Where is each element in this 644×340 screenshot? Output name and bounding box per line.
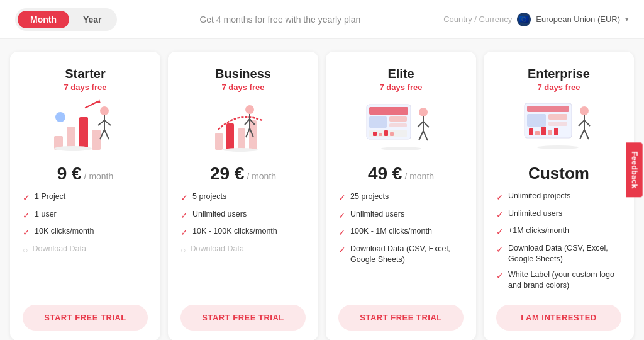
svg-rect-26: [369, 107, 408, 115]
feature-text: 1 Project: [35, 191, 65, 203]
svg-line-20: [245, 119, 250, 125]
plan-card-business: Business7 days free 29 €/ month✓5 projec…: [168, 52, 318, 340]
plan-illustration-starter: [48, 98, 123, 155]
billing-toggle: Month Year: [15, 8, 117, 31]
plan-name-business: Business: [215, 67, 271, 81]
feature-item: ✓10K clicks/month: [23, 226, 148, 239]
feature-text: Unlimited users: [350, 209, 404, 220]
svg-line-39: [419, 131, 423, 140]
check-icon: ✓: [23, 210, 30, 222]
cta-button-enterprise[interactable]: I AM INTERESTED: [496, 305, 621, 331]
check-icon: ✓: [23, 192, 30, 205]
svg-rect-14: [215, 133, 223, 150]
cta-button-business[interactable]: START FREE TRIAL: [180, 305, 306, 331]
check-icon: ✓: [180, 227, 188, 239]
feature-item: ✓+1M clicks/month: [496, 225, 621, 239]
feature-text: Download Data (CSV, Excel, Google Sheets…: [508, 243, 621, 265]
price-period: / month: [247, 171, 276, 181]
feedback-tab[interactable]: Feedback: [626, 142, 642, 197]
feature-list-starter: ✓1 Project✓1 user✓10K clicks/month○Downl…: [23, 191, 148, 296]
feature-text: Download Data: [32, 244, 86, 255]
country-currency-label: Country / Currency: [443, 14, 512, 24]
month-toggle[interactable]: Month: [18, 11, 69, 28]
promo-text: Get 4 months for free with the yearly pl…: [117, 14, 444, 25]
plan-illustration-elite: [364, 98, 439, 155]
feature-list-elite: ✓25 projects✓Unlimited users✓100K - 1M c…: [338, 191, 464, 296]
top-bar: Month Year Get 4 months for free with th…: [0, 0, 644, 39]
check-icon: ✓: [180, 192, 188, 205]
feature-text: Download Data (CSV, Excel, Google Sheets…: [350, 244, 464, 266]
cta-button-starter[interactable]: START FREE TRIAL: [23, 305, 148, 331]
feature-item: ✓100K - 1M clicks/month: [338, 226, 464, 239]
feature-text: White Label (your custom logo and brand …: [508, 269, 621, 292]
svg-rect-50: [548, 130, 552, 135]
svg-rect-32: [379, 133, 382, 136]
plan-trial-enterprise: 7 days free: [538, 82, 580, 92]
feature-item: ✓Unlimited users: [338, 209, 464, 222]
plan-trial-elite: 7 days free: [380, 82, 423, 92]
svg-rect-33: [384, 130, 388, 136]
svg-line-57: [584, 130, 589, 139]
svg-line-37: [418, 122, 423, 127]
svg-rect-44: [527, 114, 546, 127]
feature-item: ✓Download Data (CSV, Excel, Google Sheet…: [338, 244, 464, 266]
feature-item: ○Download Data: [180, 244, 306, 257]
plan-price-enterprise: Custom: [528, 164, 589, 183]
svg-point-7: [100, 106, 109, 115]
svg-rect-28: [389, 116, 407, 122]
country-value: European Union (EUR): [536, 14, 620, 24]
feature-item: ✓White Label (your custom logo and brand…: [496, 269, 621, 292]
plan-card-starter: Starter7 days free 9 €/ month✓1 Project✓…: [10, 52, 160, 340]
year-toggle[interactable]: Year: [70, 11, 114, 28]
country-selector[interactable]: Country / Currency 🇪🇺 European Union (EU…: [443, 13, 629, 26]
svg-line-9: [98, 120, 104, 125]
feature-item: ○Download Data: [23, 244, 148, 257]
svg-point-41: [381, 147, 421, 150]
cta-button-elite[interactable]: START FREE TRIAL: [338, 305, 464, 331]
check-icon: ✓: [496, 226, 504, 239]
feature-item: ✓10K - 100K clicks/month: [180, 226, 306, 239]
svg-rect-31: [373, 132, 377, 136]
svg-line-40: [423, 131, 428, 140]
plan-price-elite: 49 €/ month: [368, 164, 434, 184]
feature-item: ✓Download Data (CSV, Excel, Google Sheet…: [496, 243, 621, 265]
price-period: / month: [84, 171, 114, 181]
svg-line-10: [104, 120, 111, 125]
plan-price-business: 29 €/ month: [210, 164, 276, 184]
svg-line-5: [86, 101, 98, 108]
feature-item: ✓1 Project: [23, 191, 148, 205]
feature-item: ✓5 projects: [180, 191, 306, 205]
feature-text: 10K - 100K clicks/month: [192, 226, 277, 237]
feature-item: ✓Unlimited users: [180, 209, 306, 222]
plan-trial-starter: 7 days free: [64, 82, 107, 92]
svg-line-11: [100, 130, 104, 139]
check-icon: ✓: [496, 270, 504, 283]
feature-text: Download Data: [190, 244, 243, 255]
svg-rect-2: [79, 117, 88, 150]
feature-text: Unlimited users: [508, 208, 562, 220]
feature-item: ✓Unlimited users: [496, 208, 621, 222]
price-period: / month: [404, 171, 434, 181]
plan-price-starter: 9 €/ month: [57, 164, 114, 184]
feature-text: 1 user: [35, 209, 57, 220]
svg-rect-34: [390, 132, 394, 136]
plan-card-enterprise: Enterprise7 days free Custom✓Unlimited p…: [484, 52, 634, 340]
svg-line-56: [580, 130, 584, 139]
feature-text: 25 projects: [350, 191, 389, 203]
disabled-check-icon: ○: [23, 244, 28, 257]
svg-rect-27: [369, 116, 387, 128]
check-icon: ✓: [496, 209, 504, 222]
check-icon: ✓: [338, 192, 346, 205]
feature-item: ✓1 user: [23, 209, 148, 222]
feature-item: ✓Unlimited projects: [496, 191, 621, 204]
svg-point-4: [55, 112, 65, 122]
price-amount: 9 €: [57, 164, 82, 184]
svg-rect-3: [92, 130, 101, 150]
feature-list-enterprise: ✓Unlimited projects✓Unlimited users✓+1M …: [496, 191, 621, 296]
svg-rect-49: [541, 127, 546, 135]
plan-card-elite: Elite7 days free 49 €/ month✓25 projects…: [326, 52, 476, 340]
plan-name-starter: Starter: [65, 67, 105, 81]
feature-text: Unlimited users: [192, 209, 247, 220]
disabled-check-icon: ○: [180, 244, 186, 257]
svg-line-12: [104, 130, 109, 139]
